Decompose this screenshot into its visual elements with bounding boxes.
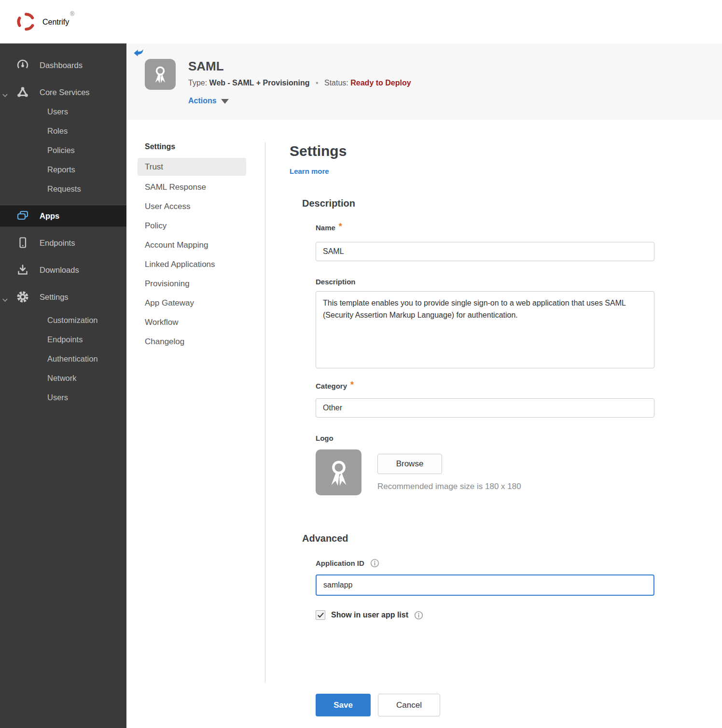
subnav-item-app-gateway[interactable]: App Gateway [138, 294, 246, 313]
sidebar-item-endpoints[interactable]: Endpoints [0, 233, 126, 252]
name-label: Name* [316, 224, 655, 232]
content-area: Settings Trust SAML Response User Access… [126, 120, 722, 728]
sidebar-item-authentication[interactable]: Authentication [0, 349, 126, 368]
info-icon[interactable] [414, 611, 423, 620]
sidebar-item-policies[interactable]: Policies [0, 140, 126, 160]
info-icon[interactable] [370, 559, 379, 568]
save-button[interactable]: Save [316, 694, 371, 716]
learn-more-link[interactable]: Learn more [290, 167, 329, 175]
subnav-item-workflow[interactable]: Workflow [138, 313, 246, 332]
description-section-title: Description [302, 198, 655, 209]
required-asterisk: * [339, 222, 342, 231]
category-label: Category* [316, 382, 655, 391]
brand-name: Centrify® [42, 16, 73, 27]
brand-logo: Centrify® [0, 11, 73, 32]
download-icon [16, 263, 29, 277]
subnav-item-user-access[interactable]: User Access [138, 197, 246, 216]
status-badge: Ready to Deploy [350, 79, 411, 87]
settings-subnav: Settings Trust SAML Response User Access… [138, 142, 246, 351]
subnav-item-trust[interactable]: Trust [138, 158, 246, 176]
subnav-item-saml-response[interactable]: SAML Response [138, 178, 246, 197]
sidebar-item-downloads[interactable]: Downloads [0, 260, 126, 280]
sidebar-item-dashboards[interactable]: Dashboards [0, 56, 126, 75]
actions-dropdown[interactable]: Actions [188, 97, 229, 105]
browse-button[interactable]: Browse [377, 454, 442, 474]
logo-size-hint: Recommended image size is 180 x 180 [377, 482, 521, 491]
ribbon-award-icon [322, 456, 355, 489]
sidebar-item-core-services[interactable]: Core Services [0, 83, 126, 102]
logo-label: Logo [316, 434, 655, 443]
advanced-section-title: Advanced [302, 533, 655, 544]
subnav-item-changelog[interactable]: Changelog [138, 332, 246, 351]
centrify-swirl-icon [15, 11, 37, 32]
chevron-down-icon [2, 295, 8, 304]
required-asterisk: * [350, 380, 354, 389]
separator-dot: • [316, 79, 319, 87]
app-header: SAML Type: Web - SAML + Provisioning • S… [126, 43, 722, 120]
caret-down-icon [221, 99, 229, 104]
checkmark-icon [318, 613, 324, 618]
subnav-title: Settings [138, 142, 246, 151]
sidebar-item-endpoints-settings[interactable]: Endpoints [0, 330, 126, 349]
chevron-down-icon [2, 90, 8, 99]
actions-label: Actions [188, 97, 217, 105]
app-meta: Type: Web - SAML + Provisioning • Status… [188, 79, 411, 87]
registered-mark: ® [70, 11, 74, 17]
subnav-item-policy[interactable]: Policy [138, 216, 246, 236]
sidebar-item-users[interactable]: Users [0, 102, 126, 121]
subnav-item-provisioning[interactable]: Provisioning [138, 274, 246, 294]
subnav-item-account-mapping[interactable]: Account Mapping [138, 236, 246, 255]
sidebar-item-requests[interactable]: Requests [0, 179, 126, 198]
gear-icon [16, 290, 29, 304]
gauge-icon [16, 58, 29, 72]
settings-form: Settings Learn more Description Name* De… [290, 143, 655, 716]
application-id-label: Application ID [316, 559, 364, 568]
sidebar-item-roles[interactable]: Roles [0, 121, 126, 140]
screen: Centrify® Dashboards [0, 0, 722, 728]
vertical-divider [265, 142, 265, 682]
sidebar-item-apps[interactable]: Apps [0, 205, 126, 227]
description-label: Description [316, 278, 655, 286]
show-in-user-app-list-checkbox[interactable] [316, 610, 325, 620]
description-field[interactable]: This template enables you to provide sin… [316, 291, 654, 368]
app-logo-icon [145, 59, 176, 90]
back-arrow-icon[interactable] [133, 47, 145, 58]
sidebar-item-network[interactable]: Network [0, 368, 126, 388]
cancel-button[interactable]: Cancel [378, 694, 440, 716]
sidebar: Dashboards Core Services Users Roles Pol… [0, 43, 126, 728]
name-field[interactable] [316, 242, 654, 261]
application-id-field[interactable] [316, 574, 654, 596]
ribbon-award-icon [149, 63, 171, 85]
category-field[interactable] [316, 398, 654, 418]
apps-icon [16, 209, 29, 223]
logo-preview [316, 449, 361, 495]
sidebar-item-users-settings[interactable]: Users [0, 388, 126, 407]
sidebar-item-customization[interactable]: Customization [0, 310, 126, 330]
top-bar: Centrify® [0, 0, 722, 43]
status-label: Status: [324, 79, 348, 87]
device-icon [16, 236, 29, 250]
sidebar-item-reports[interactable]: Reports [0, 160, 126, 179]
show-in-user-app-list-label: Show in user app list [331, 611, 408, 619]
type-label: Type: [188, 79, 207, 87]
sidebar-item-settings[interactable]: Settings [0, 287, 126, 307]
page-title: Settings [290, 143, 655, 159]
core-services-icon [16, 85, 29, 99]
type-value: Web - SAML + Provisioning [209, 79, 310, 87]
subnav-item-linked-applications[interactable]: Linked Applications [138, 255, 246, 274]
app-title: SAML [188, 59, 224, 74]
